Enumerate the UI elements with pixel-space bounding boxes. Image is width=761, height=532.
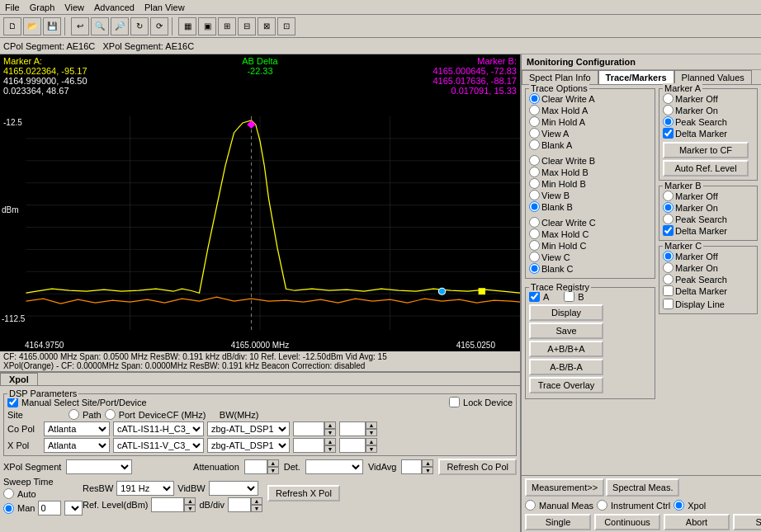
port-radio[interactable]	[105, 409, 116, 420]
save-btn[interactable]: Save	[529, 322, 603, 339]
radio-view-c[interactable]	[529, 252, 540, 262]
vidavg-dn[interactable]: ▼	[422, 467, 433, 474]
display-line-check[interactable]	[663, 299, 674, 309]
tb-new[interactable]: 🗋	[3, 17, 21, 35]
copol-cf-dn[interactable]: ▼	[324, 429, 336, 436]
copol-site-select[interactable]: Atlanta	[44, 421, 110, 436]
radio-view-a[interactable]	[529, 128, 540, 139]
xpol-cf-spinner[interactable]: 4165 ▲▼	[293, 438, 336, 453]
xpol-bw-up[interactable]: ▲	[366, 438, 377, 445]
reflevel-input[interactable]: -12.5	[151, 497, 184, 512]
det-select[interactable]	[305, 459, 363, 474]
mc-off-radio[interactable]	[663, 251, 674, 261]
dbdiv-dn[interactable]: ▼	[251, 505, 262, 512]
copol-bw-input[interactable]: 0.05	[339, 421, 366, 436]
tb-t3[interactable]: ⊞	[218, 17, 236, 35]
resbw-select[interactable]: 191 Hz	[116, 481, 174, 496]
bottom-save-btn[interactable]: Save	[733, 514, 761, 530]
menu-plan-view[interactable]: Plan View	[139, 2, 190, 12]
xpol-cf-input[interactable]: 4165	[293, 438, 324, 453]
single-btn[interactable]: Single	[525, 514, 591, 530]
radio-blank-c[interactable]	[529, 263, 540, 274]
tb-t6[interactable]: ⊡	[277, 17, 295, 35]
display-btn[interactable]: Display	[529, 304, 603, 321]
menu-graph[interactable]: Graph	[25, 2, 60, 12]
copol-cf-spinner[interactable]: 4165 ▲▼	[293, 421, 336, 436]
marker-to-cf-btn[interactable]: Marker to CF	[663, 142, 749, 158]
mb-delta-check[interactable]	[663, 225, 674, 236]
xpol-bw-dn[interactable]: ▼	[366, 445, 377, 453]
tb-open[interactable]: 📂	[23, 17, 41, 35]
copol-path-select[interactable]: cATL-IS11-H_C3_	[113, 421, 204, 436]
radio-max-hold-b[interactable]	[529, 167, 540, 177]
xpol-path-select[interactable]: cATL-IS11-V_C3_1	[113, 438, 204, 453]
sweep-unit-select[interactable]	[64, 501, 83, 516]
ma-off-radio[interactable]	[663, 93, 674, 104]
atten-spinner[interactable]: 10 ▲▼	[244, 459, 279, 474]
menu-file[interactable]: File	[0, 2, 25, 12]
sweep-man-input[interactable]	[38, 501, 61, 516]
path-radio[interactable]	[69, 409, 79, 420]
mc-peak-radio[interactable]	[663, 274, 674, 285]
xpol-cf-dn[interactable]: ▼	[324, 445, 336, 453]
registry-b-check[interactable]	[564, 291, 574, 302]
copol-bw-dn[interactable]: ▼	[366, 429, 377, 436]
xpol-seg-select[interactable]	[66, 459, 132, 474]
tb-refresh2[interactable]: ⟳	[150, 17, 168, 35]
xpol-meas-radio[interactable]	[674, 500, 684, 511]
atten-input[interactable]: 10	[244, 459, 267, 474]
mb-peak-radio[interactable]	[663, 214, 674, 224]
lock-device-check[interactable]	[449, 397, 460, 407]
copol-bw-spinner[interactable]: 0.05 ▲▼	[339, 421, 377, 436]
vidavg-input[interactable]: 15	[401, 459, 422, 474]
dbdiv-spinner[interactable]: 10 ▲▼	[228, 497, 262, 512]
tab-spect-plan[interactable]: Spect Plan Info	[522, 70, 598, 84]
ma-on-radio[interactable]	[663, 105, 674, 115]
auto-ref-btn[interactable]: Auto Ref. Level	[663, 160, 749, 177]
reflevel-spinner[interactable]: -12.5 ▲▼	[151, 497, 196, 512]
mb-on-radio[interactable]	[663, 202, 674, 213]
trace-overlay-btn[interactable]: Trace Overlay	[529, 377, 603, 393]
tb-t5[interactable]: ⊠	[258, 17, 276, 35]
atten-dn[interactable]: ▼	[267, 467, 279, 474]
copol-bw-up[interactable]: ▲	[366, 421, 377, 429]
tb-t2[interactable]: ▣	[198, 17, 216, 35]
vidavg-spinner[interactable]: 15 ▲▼	[401, 459, 433, 474]
radio-max-hold-c[interactable]	[529, 228, 540, 239]
sweep-man-radio[interactable]	[3, 503, 14, 514]
reflevel-up[interactable]: ▲	[184, 497, 196, 505]
refresh-xpol-btn[interactable]: Refresh X Pol	[267, 485, 340, 501]
radio-view-b[interactable]	[529, 190, 540, 200]
tb-zoom-in[interactable]: 🔍	[91, 17, 109, 35]
radio-min-hold-a[interactable]	[529, 116, 540, 127]
mc-on-radio[interactable]	[663, 262, 674, 273]
radio-clear-write-c[interactable]	[529, 217, 540, 228]
ma-peak-radio[interactable]	[663, 116, 674, 127]
copol-device-select[interactable]: zbg-ATL_DSP1	[207, 421, 290, 436]
menu-advanced[interactable]: Advanced	[89, 2, 139, 12]
radio-clear-write-b[interactable]	[529, 155, 540, 166]
tab-trace-markers[interactable]: Trace/Markers	[598, 70, 674, 84]
xpol-bw-spinner[interactable]: 0.05 ▲▼	[339, 438, 377, 453]
radio-min-hold-b[interactable]	[529, 178, 540, 189]
xpol-site-select[interactable]: Atlanta	[44, 438, 110, 453]
menu-view[interactable]: View	[59, 2, 89, 12]
radio-clear-write-a[interactable]	[529, 93, 540, 104]
amb-btn[interactable]: A-B/B-A	[529, 359, 603, 375]
radio-blank-b[interactable]	[529, 201, 540, 212]
tb-t1[interactable]: ▦	[178, 17, 196, 35]
measurement-btn[interactable]: Measurement>>	[525, 478, 604, 497]
tb-save[interactable]: 💾	[43, 17, 61, 35]
radio-min-hold-c[interactable]	[529, 240, 540, 251]
tb-refresh[interactable]: ↻	[130, 17, 149, 35]
xpol-tab[interactable]: Xpol	[0, 373, 38, 385]
xpol-device-select[interactable]: zbg-ATL_DSP1	[207, 438, 290, 453]
registry-a-check[interactable]	[529, 291, 540, 302]
sweep-auto-radio[interactable]	[3, 488, 14, 499]
copol-cf-input[interactable]: 4165	[293, 421, 324, 436]
tb-t4[interactable]: ⊟	[238, 17, 256, 35]
mb-off-radio[interactable]	[663, 191, 674, 201]
ma-delta-check[interactable]	[663, 128, 674, 139]
radio-blank-a[interactable]	[529, 139, 540, 150]
continuous-btn[interactable]: Continuous	[594, 514, 660, 530]
